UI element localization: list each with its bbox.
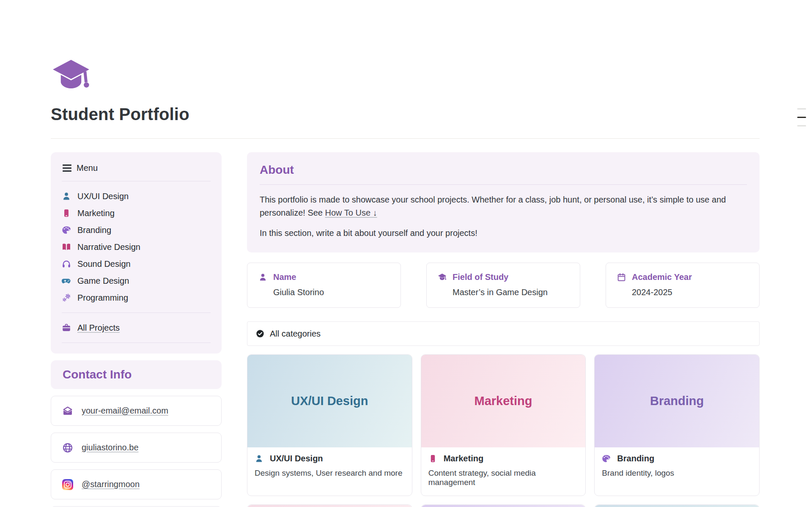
category-banner bbox=[247, 505, 412, 507]
category-card-partial[interactable] bbox=[421, 504, 586, 507]
sidebar: Menu UX/UI Design Marketing Branding bbox=[51, 152, 222, 507]
category-description: Design systems, User research and more bbox=[255, 469, 405, 478]
category-banner-title: Branding bbox=[650, 394, 704, 408]
instagram-icon bbox=[62, 479, 73, 490]
divider bbox=[51, 138, 760, 139]
contact-link-label: @starringmoon bbox=[82, 480, 140, 489]
info-card-name: Name Giulia Storino bbox=[247, 263, 401, 308]
smartphone-icon bbox=[428, 454, 437, 463]
sidebar-item-label: Marketing bbox=[77, 208, 115, 218]
category-name: Marketing bbox=[444, 454, 483, 463]
info-cards-row: Name Giulia Storino Field of Study Maste… bbox=[247, 263, 760, 308]
sidebar-item-sound-design[interactable]: Sound Design bbox=[62, 255, 211, 272]
sidebar-item-label: UX/UI Design bbox=[77, 192, 129, 201]
smartphone-icon bbox=[62, 208, 71, 218]
contact-info-heading: Contact Info bbox=[63, 368, 210, 381]
category-grid-row2 bbox=[247, 504, 760, 507]
about-paragraph: This portfolio is made to showcase your … bbox=[260, 193, 747, 219]
person-icon bbox=[255, 454, 263, 463]
menu-label: Menu bbox=[77, 163, 98, 173]
check-circle-icon bbox=[256, 329, 264, 338]
page-header: Student Portfolio bbox=[51, 0, 760, 139]
category-card-branding[interactable]: Branding Branding Brand identity, logos bbox=[594, 354, 760, 496]
contact-link-label: your-email@email.com bbox=[82, 406, 168, 416]
outline-section-mark[interactable] bbox=[797, 125, 806, 126]
envelope-icon bbox=[62, 406, 73, 417]
info-card-label: Name bbox=[273, 272, 296, 282]
info-card-value: Giulia Storino bbox=[273, 288, 390, 297]
main-content: About This portfolio is made to showcase… bbox=[247, 152, 760, 507]
contact-link-label: giuliastorino.be bbox=[82, 443, 139, 452]
briefcase-icon bbox=[62, 323, 71, 332]
info-card-value: 2024-2025 bbox=[632, 288, 748, 297]
sidebar-item-label: Programming bbox=[77, 293, 128, 303]
globe-icon bbox=[62, 442, 73, 453]
sidebar-item-narrative-design[interactable]: Narrative Design bbox=[62, 238, 211, 255]
open-book-icon bbox=[62, 242, 71, 252]
info-card-academic-year: Academic Year 2024-2025 bbox=[606, 263, 760, 308]
gears-icon bbox=[62, 293, 71, 302]
divider bbox=[62, 181, 211, 181]
sidebar-item-marketing[interactable]: Marketing bbox=[62, 205, 211, 222]
category-card-marketing[interactable]: Marketing Marketing Content strategy, so… bbox=[421, 354, 586, 496]
category-banner: UX/UI Design bbox=[247, 355, 412, 447]
contact-link-email[interactable]: your-email@email.com bbox=[51, 396, 222, 426]
category-banner: Marketing bbox=[421, 355, 586, 447]
calendar-icon bbox=[617, 273, 626, 282]
page-outline-indicator bbox=[797, 108, 806, 126]
category-card-uxui-design[interactable]: UX/UI Design UX/UI Design Design systems… bbox=[247, 354, 412, 496]
menu-card: Menu UX/UI Design Marketing Branding bbox=[51, 152, 222, 354]
category-name: UX/UI Design bbox=[270, 454, 323, 463]
menu-list: UX/UI Design Marketing Branding Narrativ… bbox=[62, 188, 211, 306]
about-heading: About bbox=[260, 163, 747, 177]
all-categories-filter[interactable]: All categories bbox=[247, 321, 760, 346]
category-card-partial[interactable] bbox=[247, 504, 412, 507]
palette-icon bbox=[602, 454, 611, 463]
page-title: Student Portfolio bbox=[51, 105, 760, 124]
sidebar-item-branding[interactable]: Branding bbox=[62, 222, 211, 238]
sidebar-item-all-projects[interactable]: All Projects bbox=[62, 319, 211, 336]
category-card-partial[interactable] bbox=[594, 504, 760, 507]
filter-label: All categories bbox=[270, 329, 321, 339]
sidebar-item-label: Game Design bbox=[77, 276, 129, 286]
category-banner-title: UX/UI Design bbox=[291, 394, 368, 408]
outline-section-mark[interactable] bbox=[797, 108, 806, 110]
category-banner: Branding bbox=[595, 355, 759, 447]
graduation-cap-icon bbox=[438, 273, 447, 282]
divider bbox=[62, 312, 211, 313]
sidebar-item-uxui-design[interactable]: UX/UI Design bbox=[62, 188, 211, 205]
category-description: Content strategy, social media managemen… bbox=[428, 469, 579, 487]
page: Student Portfolio Menu UX/UI Design bbox=[51, 0, 760, 507]
sidebar-item-programming[interactable]: Programming bbox=[62, 289, 211, 306]
person-icon bbox=[258, 273, 267, 282]
sidebar-item-game-design[interactable]: Game Design bbox=[62, 272, 211, 289]
how-to-use-link[interactable]: How To Use ↓ bbox=[325, 208, 377, 217]
hamburger-icon bbox=[63, 164, 71, 172]
graduation-cap-icon bbox=[51, 58, 91, 94]
outline-section-mark-active[interactable] bbox=[797, 117, 806, 118]
contact-info-card: Contact Info bbox=[51, 360, 222, 389]
headphones-icon bbox=[62, 259, 71, 269]
category-banner bbox=[421, 505, 586, 507]
info-card-field-of-study: Field of Study Master’s in Game Design bbox=[426, 263, 580, 308]
palette-icon bbox=[62, 225, 71, 235]
category-banner bbox=[595, 505, 759, 507]
category-description: Brand identity, logos bbox=[602, 469, 752, 478]
category-banner-title: Marketing bbox=[475, 394, 532, 408]
info-card-value: Master’s in Game Design bbox=[453, 288, 569, 297]
sidebar-item-label: Sound Design bbox=[77, 259, 131, 269]
info-card-label: Field of Study bbox=[453, 272, 508, 282]
sidebar-item-label: Branding bbox=[77, 225, 111, 235]
contact-link-instagram[interactable]: @starringmoon bbox=[51, 469, 222, 499]
divider bbox=[62, 343, 211, 343]
about-paragraph: In this section, write a bit about yours… bbox=[260, 227, 747, 240]
gamepad-icon bbox=[62, 276, 71, 285]
info-card-label: Academic Year bbox=[632, 272, 692, 282]
sidebar-item-label: Narrative Design bbox=[77, 242, 140, 252]
category-name: Branding bbox=[617, 454, 654, 463]
divider bbox=[260, 184, 747, 185]
about-section: About This portfolio is made to showcase… bbox=[247, 152, 760, 252]
contact-link-website[interactable]: giuliastorino.be bbox=[51, 433, 222, 463]
category-grid: UX/UI Design UX/UI Design Design systems… bbox=[247, 354, 760, 496]
person-icon bbox=[62, 192, 71, 201]
